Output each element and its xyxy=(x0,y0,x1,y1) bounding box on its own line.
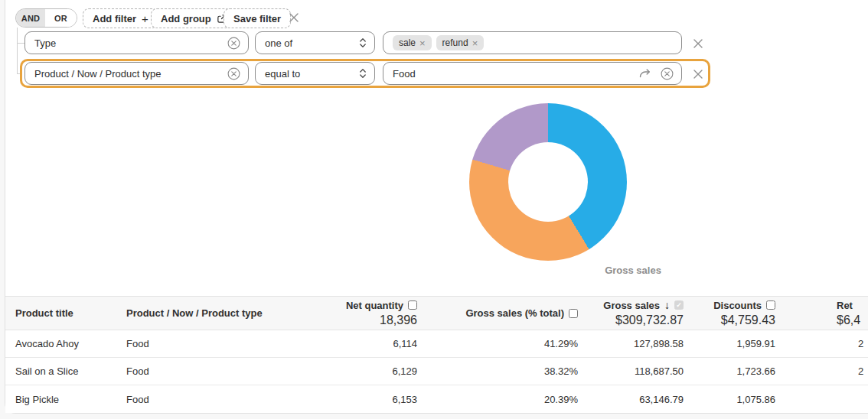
cell-net-quantity: 6,153 xyxy=(264,394,417,405)
table-row: Avocado Ahoy Food 6,114 41.29% 127,898.5… xyxy=(5,330,868,358)
filter1-value-input[interactable]: sale × refund × xyxy=(383,31,682,54)
cell-returns-clipped: 2 xyxy=(775,365,868,377)
filter1-field-value: Type xyxy=(34,37,227,49)
cell-product-title: Big Pickle xyxy=(15,394,126,405)
remove-filter2-button[interactable] xyxy=(692,68,704,80)
tag-label: refund xyxy=(442,37,468,48)
cell-discounts: 1,723.66 xyxy=(684,365,775,377)
returns-total-clipped: $6,4 xyxy=(837,313,868,327)
cell-net-quantity: 6,114 xyxy=(264,338,417,349)
chart-metric-label: Gross sales xyxy=(583,265,683,276)
and-button[interactable]: AND xyxy=(16,9,45,27)
remove-tag-icon[interactable]: × xyxy=(419,38,426,48)
cell-discounts: 1,959.91 xyxy=(684,338,775,349)
filter2-field-value: Product / Now / Product type xyxy=(34,68,227,80)
filter2-operator-value: equal to xyxy=(265,68,359,80)
boolean-toggle: AND OR xyxy=(15,8,77,28)
close-icon xyxy=(693,38,703,49)
cell-gross-sales: 118,687.50 xyxy=(578,365,684,377)
clear-circle-icon[interactable] xyxy=(227,37,240,50)
donut-chart[interactable] xyxy=(469,103,627,261)
cell-gross-sales-pct: 38.32% xyxy=(417,365,578,377)
col-header-discounts: Discounts $4,759.43 xyxy=(684,300,775,327)
remove-tag-icon[interactable]: × xyxy=(472,38,478,48)
filter-tag-sale[interactable]: sale × xyxy=(393,35,432,50)
clear-circle-icon[interactable] xyxy=(661,67,674,80)
add-group-label: Add group xyxy=(161,13,211,24)
cell-gross-sales: 127,898.58 xyxy=(578,338,684,349)
filter1-operator-value: one of xyxy=(265,37,359,49)
col-header-product-title: Product title xyxy=(15,307,126,319)
gross-sales-pct-checkbox[interactable] xyxy=(569,309,578,318)
filter1-field-input[interactable]: Type xyxy=(24,31,249,54)
report-table: Product title Product / Now / Product ty… xyxy=(5,296,868,413)
close-icon xyxy=(289,12,299,23)
tree-connector-branch-1 xyxy=(17,43,24,44)
plus-icon: + xyxy=(142,13,148,24)
cell-product-type: Food xyxy=(126,338,264,349)
cell-gross-sales: 63,146.79 xyxy=(578,394,684,405)
col-header-gross-sales-pct: Gross sales (% total) xyxy=(417,307,578,319)
col-header-net-quantity: Net quantity 18,396 xyxy=(264,300,417,327)
save-filter-button[interactable]: Save filter xyxy=(224,8,291,28)
chevron-up-down-icon xyxy=(359,67,367,80)
cell-returns-clipped: 2 xyxy=(775,338,868,349)
discounts-total: $4,759.43 xyxy=(684,313,775,327)
cell-gross-sales-pct: 20.39% xyxy=(417,394,578,405)
add-filter-label: Add filter xyxy=(93,13,136,24)
clear-circle-icon[interactable] xyxy=(227,67,240,80)
cell-product-type: Food xyxy=(126,394,264,405)
clear-all-filters-button[interactable] xyxy=(288,11,300,24)
tree-connector-vertical xyxy=(17,28,18,73)
col-header-returns-clipped: Ret $6,4 xyxy=(775,300,868,327)
redo-arrow-icon[interactable] xyxy=(638,68,651,79)
cell-net-quantity: 6,129 xyxy=(264,365,417,377)
discounts-checkbox[interactable] xyxy=(766,300,775,310)
filter1-operator-select[interactable]: one of xyxy=(255,31,375,54)
col-header-product-type: Product / Now / Product type xyxy=(126,307,264,319)
tag-label: sale xyxy=(399,37,416,48)
remove-filter1-button[interactable] xyxy=(692,37,704,50)
gross-sales-total: $309,732.87 xyxy=(578,313,684,327)
filter2-value-text: Food xyxy=(393,68,638,80)
net-quantity-total: 18,396 xyxy=(264,313,417,327)
sort-descending-icon[interactable]: ↓ xyxy=(664,300,670,310)
col-header-gross-sales: Gross sales ↓ ✓ $309,732.87 xyxy=(578,300,684,327)
save-filter-label: Save filter xyxy=(233,13,281,24)
filter2-value-input[interactable]: Food xyxy=(383,62,682,85)
gross-sales-checkbox[interactable]: ✓ xyxy=(674,300,684,310)
cell-gross-sales-pct: 41.29% xyxy=(417,338,578,349)
filter2-field-input[interactable]: Product / Now / Product type xyxy=(24,62,249,85)
or-button[interactable]: OR xyxy=(45,9,77,27)
cell-product-title: Sail on a Slice xyxy=(15,365,126,377)
cell-product-type: Food xyxy=(126,365,264,377)
filter-tag-refund[interactable]: refund × xyxy=(436,35,485,50)
cell-product-title: Avocado Ahoy xyxy=(15,338,126,349)
close-icon xyxy=(693,69,703,80)
cell-discounts: 1,075.86 xyxy=(684,394,775,405)
filter2-operator-select[interactable]: equal to xyxy=(255,62,375,85)
table-header-row: Product title Product / Now / Product ty… xyxy=(5,296,868,330)
net-quantity-checkbox[interactable] xyxy=(408,300,417,310)
donut-hole xyxy=(508,142,588,222)
add-filter-button[interactable]: Add filter + xyxy=(83,8,158,28)
tree-connector-branch-2 xyxy=(17,73,21,74)
table-row: Big Pickle Food 6,153 20.39% 63,146.79 1… xyxy=(5,385,868,413)
table-row: Sail on a Slice Food 6,129 38.32% 118,68… xyxy=(5,358,868,385)
chevron-up-down-icon xyxy=(359,37,367,49)
